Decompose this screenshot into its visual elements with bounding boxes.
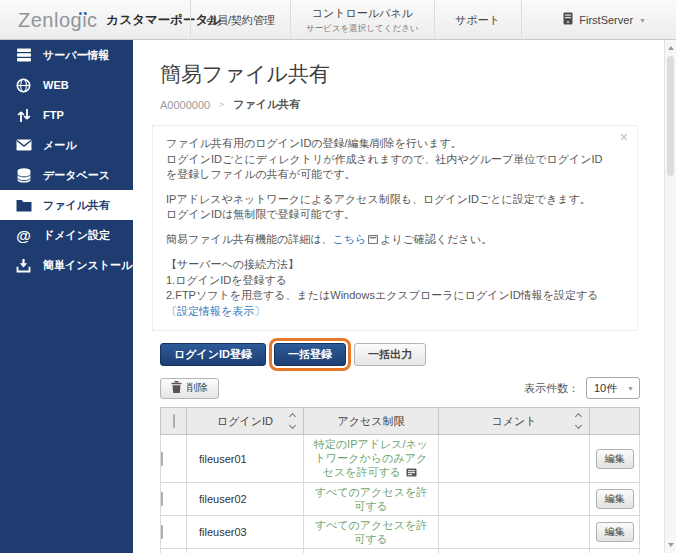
sort-asc-icon[interactable] [575, 413, 582, 420]
show-config-link[interactable]: 〔設定情報を表示〕 [166, 305, 265, 317]
login-id-cell: fileuser01 [187, 435, 304, 483]
logo-dots-icon [79, 12, 87, 15]
delete-button[interactable]: 削除 [160, 378, 219, 399]
notice-line: 簡易ファイル共有機能の詳細は、 [166, 233, 333, 245]
sidebar-item-web[interactable]: WEB [0, 70, 133, 100]
comment-cell [439, 549, 590, 553]
breadcrumb-current: ファイル共有 [233, 97, 300, 112]
access-cell: 特定のIPアドレス/ネットワークからのみアクセスを許可する [304, 435, 439, 483]
edit-button[interactable]: 編集 [596, 449, 634, 469]
checkbox-cell [161, 516, 187, 549]
transfer-arrows-icon [15, 108, 32, 123]
sort-icons[interactable] [576, 414, 581, 428]
sidebar-item-label: サーバー情報 [43, 48, 110, 63]
delete-button-label: 削除 [187, 381, 208, 395]
sidebar-item-database[interactable]: データベース [0, 160, 133, 190]
sidebar-item-label: メール [43, 138, 77, 153]
sidebar-item-label: データベース [43, 168, 110, 183]
detail-link[interactable]: こちら [333, 233, 367, 245]
row-checkbox[interactable] [161, 452, 163, 466]
nav-item-control-panel[interactable]: コントロールパネル サービスを選択してください [290, 0, 434, 40]
sidebar-item-ftp[interactable]: FTP [0, 100, 133, 130]
column-label: アクセス制限 [337, 415, 404, 427]
notice-paragraph: ファイル共有用のログインIDの登録/編集/削除を行います。 ログインIDごとにデ… [166, 136, 613, 183]
sort-desc-icon[interactable] [289, 422, 296, 429]
breadcrumb-account-id[interactable]: A0000000 [160, 99, 210, 111]
column-label: コメント [491, 415, 536, 427]
access-cell: すべてのアクセスを許可する [304, 549, 439, 553]
at-sign-icon: @ [15, 228, 32, 243]
nav-item-label: コントロールパネル [312, 6, 413, 21]
chevron-down-icon: ▼ [627, 385, 634, 392]
sidebar-item-label: ドメイン設定 [43, 228, 110, 243]
sidebar-item-easy-install[interactable]: 簡単インストール [0, 250, 133, 280]
bulk-export-button[interactable]: 一括出力 [354, 343, 426, 366]
close-icon[interactable]: × [620, 130, 628, 146]
sidebar-item-file-sharing[interactable]: ファイル共有 [0, 190, 133, 220]
login-id-cell: fileuser02 [187, 483, 304, 516]
folder-icon [15, 199, 32, 212]
account-menu[interactable]: FirstServer ▼ [563, 0, 646, 40]
sidebar-item-label: 簡単インストール [43, 258, 132, 273]
install-download-icon [15, 258, 32, 273]
notice-line: ファイル共有用のログインIDの登録/編集/削除を行います。 [166, 137, 462, 149]
edit-button[interactable]: 編集 [596, 522, 634, 542]
edit-button[interactable]: 編集 [596, 489, 634, 509]
nav-item-sublabel: サービスを選択してください [306, 23, 419, 35]
breadcrumb-separator-icon: ＞ [217, 98, 226, 111]
column-header-access[interactable]: アクセス制限 [304, 408, 439, 435]
connect-title: 【サーバーへの接続方法】 [166, 258, 299, 270]
scroll-up-icon[interactable] [665, 42, 676, 54]
login-id-table: ログインID アクセス制限 コメント fileuser01 特定のIPアドレス/… [160, 407, 640, 553]
sort-desc-icon[interactable] [575, 422, 582, 429]
per-page-select[interactable]: 10件 ▼ [586, 377, 640, 399]
edit-cell: 編集 [590, 483, 640, 516]
scroll-down-icon[interactable] [665, 539, 676, 551]
server-tower-icon [563, 11, 573, 29]
bulk-register-button[interactable]: 一括登録 [274, 343, 346, 366]
edit-cell: 編集 [590, 549, 640, 553]
sidebar-item-mail[interactable]: メール [0, 130, 133, 160]
top-nav: 会員/契約管理 コントロールパネル サービスを選択してください サポート [190, 0, 522, 40]
page-title: 簡易ファイル共有 [160, 60, 664, 88]
sort-icons[interactable] [290, 414, 295, 428]
logo-brand-text: Zenlogic [18, 9, 98, 32]
per-page-control-top: 表示件数： 10件 ▼ [524, 377, 640, 399]
server-bars-icon [15, 48, 32, 62]
ip-list-icon[interactable] [406, 466, 417, 480]
app-header: Zenlogic カスタマーポータル 会員/契約管理 コントロールパネル サービ… [0, 0, 676, 40]
notice-box: × ファイル共有用のログインIDの登録/編集/削除を行います。 ログインIDごと… [152, 125, 638, 331]
trash-icon [171, 381, 182, 395]
column-header-actions [590, 408, 640, 435]
row-checkbox[interactable] [161, 492, 163, 506]
column-header-login-id[interactable]: ログインID [187, 408, 304, 435]
checkbox-cell [161, 435, 187, 483]
select-all-checkbox[interactable] [173, 414, 175, 428]
notice-connect-section: 【サーバーへの接続方法】 1.ログインIDを登録する 2.FTPソフトを用意する… [166, 257, 613, 319]
nav-item-label: サポート [455, 13, 500, 28]
per-page-label: 表示件数： [524, 381, 579, 396]
nav-item-label: 会員/契約管理 [206, 13, 275, 28]
sidebar-item-server-info[interactable]: サーバー情報 [0, 40, 133, 70]
access-cell: すべてのアクセスを許可する [304, 516, 439, 549]
mail-icon [15, 139, 32, 151]
column-header-comment[interactable]: コメント [439, 408, 590, 435]
connect-step: 2.FTPソフトを用意する、またはWindowsエクスプローラにログインID情報… [166, 289, 599, 301]
select-all-cell [161, 408, 187, 435]
register-login-id-button[interactable]: ログインID登録 [160, 343, 266, 366]
table-row: fileuser03 すべてのアクセスを許可する 編集 [161, 516, 640, 549]
sort-asc-icon[interactable] [289, 413, 296, 420]
nav-item-support[interactable]: サポート [434, 0, 522, 40]
sidebar-item-label: WEB [43, 79, 69, 91]
scrollbar-thumb[interactable] [667, 56, 674, 176]
sidebar-item-domain-settings[interactable]: @ ドメイン設定 [0, 220, 133, 250]
notice-line: よりご確認ください。 [380, 233, 492, 245]
scrollbar[interactable] [664, 40, 676, 553]
external-link-icon [368, 233, 378, 249]
login-id-cell: fileuser04 [187, 549, 304, 553]
comment-cell [439, 483, 590, 516]
nav-item-membership[interactable]: 会員/契約管理 [190, 0, 290, 40]
column-label: ログインID [217, 415, 273, 427]
chevron-down-icon: ▼ [639, 17, 646, 24]
row-checkbox[interactable] [161, 525, 163, 539]
